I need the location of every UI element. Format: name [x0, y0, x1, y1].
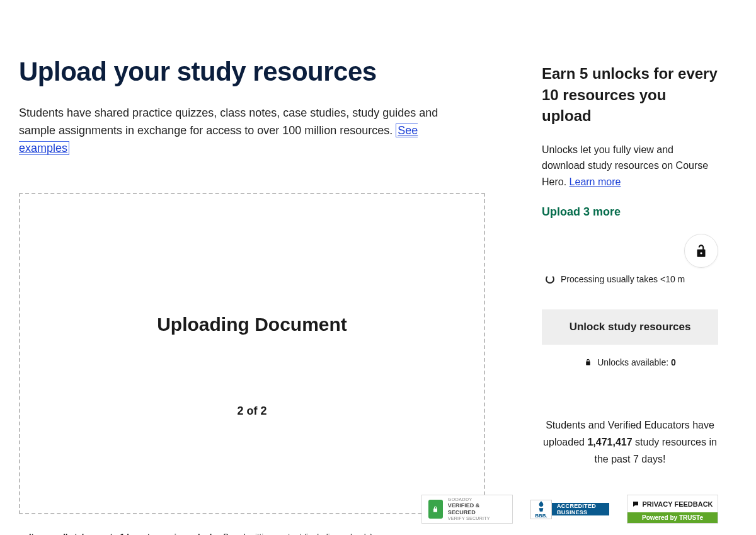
- upload-status-title: Uploading Document: [157, 314, 347, 335]
- sidebar-title: Earn 5 unlocks for every 10 resources yo…: [542, 63, 718, 127]
- godaddy-badge[interactable]: GODADDY VERIFIED & SECURED VERIFY SECURI…: [421, 495, 513, 524]
- upload-stats: Students and Verified Educators have upl…: [542, 417, 718, 468]
- truste-badge[interactable]: PRIVACY FEEDBACK Powered by TRUSTe: [627, 495, 718, 524]
- bbb-badge[interactable]: BBB. ACCREDITED BUSINESS: [530, 495, 609, 524]
- legal-notice: It generally takes up to 1 hour to recei…: [19, 531, 384, 535]
- unlock-icon: [693, 243, 709, 259]
- unlock-resources-button[interactable]: Unlock study resources: [542, 309, 718, 345]
- upload-counter: 2 of 2: [237, 405, 266, 418]
- spinner-icon: [546, 275, 554, 284]
- speech-icon: [632, 500, 639, 508]
- upload-dropzone[interactable]: Uploading Document 2 of 2: [19, 193, 485, 514]
- learn-more-link[interactable]: Learn more: [570, 176, 621, 187]
- lock-progress-icon: [684, 234, 718, 268]
- lock-icon: [584, 358, 592, 366]
- upload-more-hint: Upload 3 more: [542, 205, 718, 219]
- sidebar-desc: Unlocks let you fully view and download …: [542, 142, 718, 190]
- processing-note: Processing usually takes <10 m: [542, 274, 718, 284]
- godaddy-lock-icon: [428, 500, 443, 519]
- unlocks-available: Unlocks available: 0: [542, 357, 718, 367]
- bbb-torch-icon: [537, 500, 546, 513]
- page-subtitle: Students have shared practice quizzes, c…: [19, 105, 460, 158]
- page-title: Upload your study resources: [19, 57, 485, 87]
